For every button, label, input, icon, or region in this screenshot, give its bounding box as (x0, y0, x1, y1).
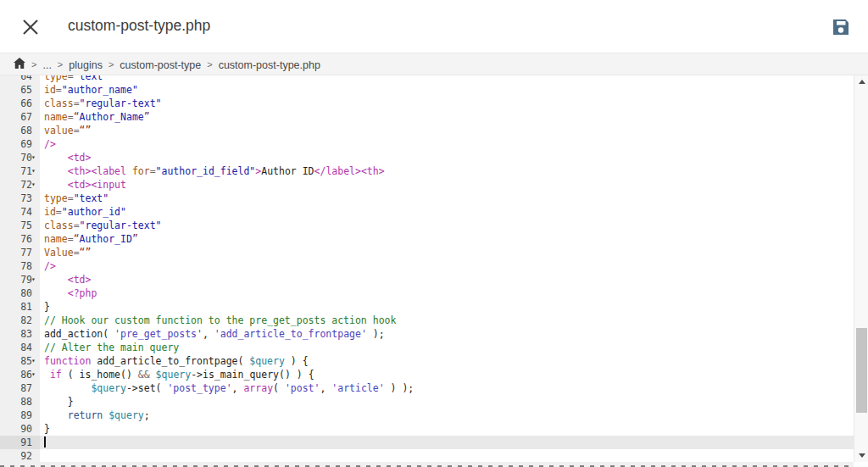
code-line-content[interactable]: /> (40, 137, 854, 151)
code-line-content[interactable]: type="text" (40, 192, 854, 205)
code-line-content[interactable]: } (40, 300, 854, 314)
code-token: type (44, 192, 68, 204)
code-line-content[interactable]: <th><label for="author_id_field">Author … (40, 164, 854, 178)
scroll-down-button[interactable] (854, 449, 868, 462)
code-token: class (44, 220, 74, 231)
code-token: ( (273, 382, 285, 394)
breadcrumb-separator: > (108, 59, 114, 69)
breadcrumb-item[interactable]: ... (42, 59, 51, 71)
code-line-content[interactable]: <td> (40, 273, 854, 286)
line-number: 83 (0, 327, 40, 341)
fold-arrow-icon[interactable]: ▾ (31, 178, 40, 192)
code-token: /> (44, 138, 56, 150)
code-token: <?php (68, 287, 97, 299)
line-number: 87 (0, 381, 40, 395)
breadcrumb-item[interactable]: plugins (69, 59, 103, 71)
code-line: 80 <?php (0, 286, 854, 300)
save-button[interactable] (831, 17, 851, 37)
breadcrumb-item[interactable]: custom-post-type (120, 59, 201, 71)
code-token: Author_Name (80, 111, 144, 123)
code-token: /> (44, 260, 56, 272)
code-token: Value (44, 247, 74, 259)
code-line: 72▾ <td><input (0, 178, 854, 192)
code-line: 92 (0, 449, 854, 462)
code-token: ” (132, 233, 138, 245)
code-token: function (44, 355, 91, 367)
breadcrumb-separator: > (31, 59, 36, 69)
code-line-content[interactable]: name=“Author_ID” (40, 232, 854, 246)
breadcrumb-home[interactable] (14, 57, 25, 72)
code-line-content[interactable]: class="regular-text" (40, 219, 854, 232)
horizontal-scrollbar[interactable] (0, 462, 854, 467)
line-number: 69 (0, 137, 40, 151)
line-number: 72▾ (0, 178, 40, 192)
code-token: for (132, 165, 150, 177)
code-line-content[interactable]: // Hook our custom function to the pre_g… (40, 314, 854, 327)
code-line: 74id="author_id" (0, 205, 854, 219)
code-line-content[interactable]: // Alter the main query (40, 341, 854, 354)
code-token (44, 287, 68, 299)
code-line-content[interactable]: /> (40, 259, 854, 273)
line-number: 89 (0, 409, 40, 422)
line-number: 74 (0, 205, 40, 219)
code-line-content[interactable] (40, 449, 854, 462)
line-number: 80 (0, 286, 40, 300)
code-line: 67name=“Author_Name” (0, 110, 854, 124)
fold-arrow-icon[interactable]: ▾ (31, 354, 40, 368)
code-token (44, 152, 68, 164)
code-line-content[interactable]: id="author_name" (40, 83, 854, 97)
code-line-content[interactable]: <td><input (40, 178, 854, 192)
breadcrumb-items: >...>plugins>custom-post-type>custom-pos… (25, 57, 320, 72)
code-line-content[interactable]: id="author_id" (40, 205, 854, 219)
breadcrumb-item[interactable]: custom-post-type.php (219, 59, 320, 71)
code-line: 64type="text" (0, 75, 854, 83)
code-token: "regular-text" (80, 220, 162, 231)
fold-arrow-icon[interactable]: ▾ (31, 151, 40, 164)
code-token: // Hook our custom function to the pre_g… (44, 314, 396, 326)
code-line-content[interactable]: <?php (40, 286, 854, 300)
line-number: 71▾ (0, 164, 40, 178)
line-number: 73 (0, 192, 40, 205)
code-line-content[interactable]: <td> (40, 151, 854, 164)
code-token: “ (74, 111, 80, 123)
code-editor[interactable]: 64type="text"65id="author_name"66class="… (0, 75, 854, 462)
code-line-content[interactable]: value=“” (40, 124, 854, 137)
code-token: = (68, 111, 74, 123)
fold-arrow-icon[interactable]: ▾ (31, 164, 40, 178)
line-number: 91 (0, 436, 40, 449)
breadcrumb-separator: > (207, 59, 212, 69)
code-token: </label><th> (314, 165, 385, 177)
code-token (150, 369, 156, 381)
code-line-content[interactable]: } (40, 422, 854, 436)
triangle-down-icon (859, 453, 865, 458)
code-line-content[interactable]: } (40, 395, 854, 409)
code-line-content[interactable]: function add_article_to_frontpage( $quer… (40, 354, 854, 368)
close-button[interactable] (20, 17, 41, 37)
code-token: } (44, 396, 74, 408)
code-token: ->is_main_query() ) { (191, 369, 314, 381)
code-line-content[interactable]: name=“Author_Name” (40, 110, 854, 124)
code-line-content[interactable] (40, 436, 854, 449)
code-token: = (150, 165, 156, 177)
code-line-content[interactable]: if ( is_home() && $query->is_main_query(… (40, 368, 854, 381)
line-number: 68 (0, 124, 40, 137)
vertical-scrollbar[interactable] (854, 75, 868, 462)
code-token: $query (249, 355, 285, 367)
code-token: = (56, 206, 62, 218)
fold-arrow-icon[interactable]: ▾ (31, 273, 40, 286)
code-line-content[interactable]: return $query; (40, 409, 854, 422)
code-line-content[interactable]: $query->set( 'post_type', array( 'post',… (40, 381, 854, 395)
code-line-content[interactable]: class="regular-text" (40, 97, 854, 110)
code-token: "author_name" (62, 84, 138, 96)
line-number: 88 (0, 395, 40, 409)
scrollbar-thumb[interactable] (856, 328, 867, 413)
line-number: 78 (0, 259, 40, 273)
code-line-content[interactable]: type="text" (40, 75, 854, 83)
code-line-content[interactable]: Value=“” (40, 246, 854, 259)
code-token: Author_ID (80, 233, 132, 245)
code-line-content[interactable]: add_action( 'pre_get_posts', 'add_articl… (40, 327, 854, 341)
text-cursor (44, 436, 46, 448)
scroll-up-button[interactable] (854, 75, 868, 88)
fold-arrow-icon[interactable]: ▾ (31, 368, 40, 381)
code-line: 66class="regular-text" (0, 97, 854, 110)
